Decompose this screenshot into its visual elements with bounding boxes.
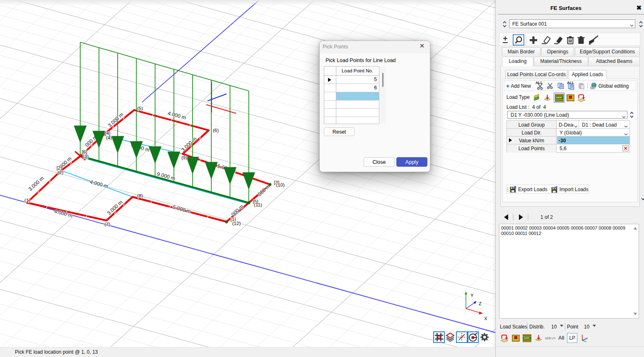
svg-text:Y: Y — [470, 293, 474, 298]
svg-text:5.000 m: 5.000 m — [172, 204, 191, 215]
svg-text:(6): (6) — [213, 128, 219, 133]
svg-text:3.000 m: 3.000 m — [27, 175, 45, 192]
svg-text:(4): (4) — [106, 135, 112, 140]
svg-text:(7): (7) — [104, 222, 110, 227]
svg-text:3.000 m: 3.000 m — [180, 136, 198, 153]
svg-text:(2): (2) — [58, 170, 63, 175]
svg-text:X: X — [484, 316, 487, 321]
svg-text:(11): (11) — [254, 202, 262, 207]
svg-text:Z: Z — [479, 301, 482, 306]
svg-text:(12): (12) — [232, 221, 241, 226]
svg-text:000 m: 000 m — [230, 204, 245, 218]
svg-text:(1): (1) — [24, 198, 30, 203]
svg-text:4.000 m: 4.000 m — [53, 208, 73, 219]
svg-text:(9): (9) — [181, 155, 187, 160]
svg-text:(8): (8) — [137, 193, 143, 198]
svg-text:(10): (10) — [276, 182, 285, 187]
svg-text:(3): (3) — [83, 154, 89, 159]
svg-text:(5): (5) — [137, 106, 143, 111]
svg-text:4.000 m: 4.000 m — [89, 179, 109, 189]
